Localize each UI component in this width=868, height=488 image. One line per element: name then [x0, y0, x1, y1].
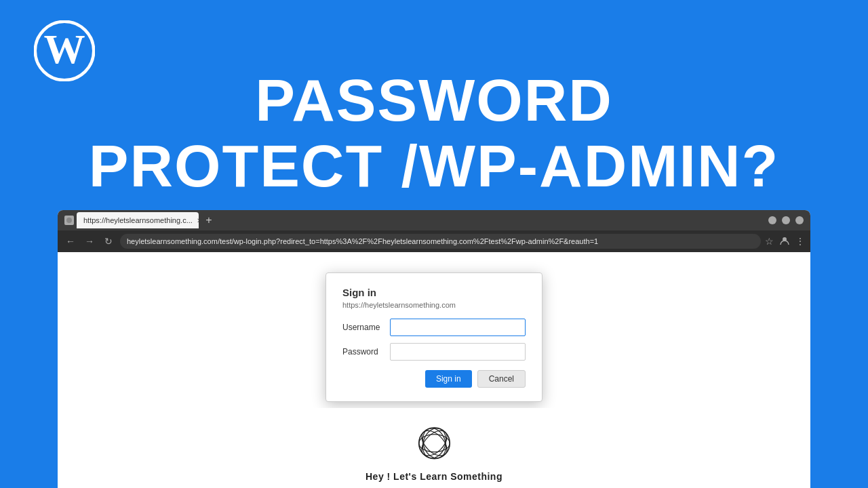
tab-area: https://heyletslearnsomething.c... ✕ +: [64, 212, 764, 228]
incognito-icon: [779, 235, 790, 248]
bottom-logo-label: Hey ! Let's Learn Something: [366, 471, 502, 482]
address-bar[interactable]: [120, 234, 761, 249]
reload-button[interactable]: ↻: [101, 234, 116, 249]
title-line2: PROTECT /WP-ADMIN?: [0, 134, 868, 199]
forward-button[interactable]: →: [82, 234, 97, 249]
dialog-buttons: Sign in Cancel: [342, 370, 526, 388]
cancel-button[interactable]: Cancel: [477, 370, 526, 388]
favicon: [64, 216, 74, 225]
window-controls: [768, 216, 804, 224]
tab-close-button[interactable]: ✕: [197, 216, 199, 224]
password-row: Password: [342, 343, 526, 361]
maximize-button[interactable]: [782, 216, 790, 224]
sign-in-button[interactable]: Sign in: [425, 370, 472, 388]
site-logo-text: Hey ! Let's Learn Something: [366, 470, 502, 483]
browser-content: Sign in https://heyletslearnsomething.co…: [58, 252, 810, 488]
password-input[interactable]: [390, 343, 526, 361]
username-label: Username: [342, 323, 390, 332]
active-tab[interactable]: https://heyletslearnsomething.c... ✕: [77, 212, 199, 228]
main-title: PASSWORD PROTECT /WP-ADMIN?: [0, 68, 868, 199]
site-logo-icon: [412, 422, 456, 466]
svg-point-8: [417, 426, 452, 460]
tab-title: https://heyletslearnsomething.c...: [83, 216, 193, 224]
browser-toolbar: ← → ↻ ☆ ⋮: [58, 230, 810, 252]
password-label: Password: [342, 347, 390, 357]
bottom-logo-area: Hey ! Let's Learn Something: [58, 408, 810, 488]
browser-chrome: https://heyletslearnsomething.c... ✕ +: [58, 210, 810, 230]
menu-icon[interactable]: ⋮: [795, 236, 805, 247]
title-line1: PASSWORD: [0, 68, 868, 134]
dialog-subtitle: https://heyletslearnsomething.com: [342, 301, 526, 309]
browser-window: https://heyletslearnsomething.c... ✕ + ←…: [58, 210, 810, 488]
new-tab-button[interactable]: +: [201, 213, 216, 228]
toolbar-right: ☆ ⋮: [765, 235, 805, 248]
back-button[interactable]: ←: [63, 234, 78, 249]
close-button[interactable]: [795, 216, 804, 224]
minimize-button[interactable]: [768, 216, 776, 224]
bookmark-icon[interactable]: ☆: [765, 236, 774, 247]
svg-point-9: [417, 426, 452, 460]
svg-point-2: [66, 218, 72, 223]
username-row: Username: [342, 319, 526, 336]
username-input[interactable]: [390, 319, 526, 336]
svg-text:W: W: [43, 26, 85, 72]
signin-dialog: Sign in https://heyletslearnsomething.co…: [326, 272, 542, 402]
dialog-title: Sign in: [342, 287, 526, 298]
